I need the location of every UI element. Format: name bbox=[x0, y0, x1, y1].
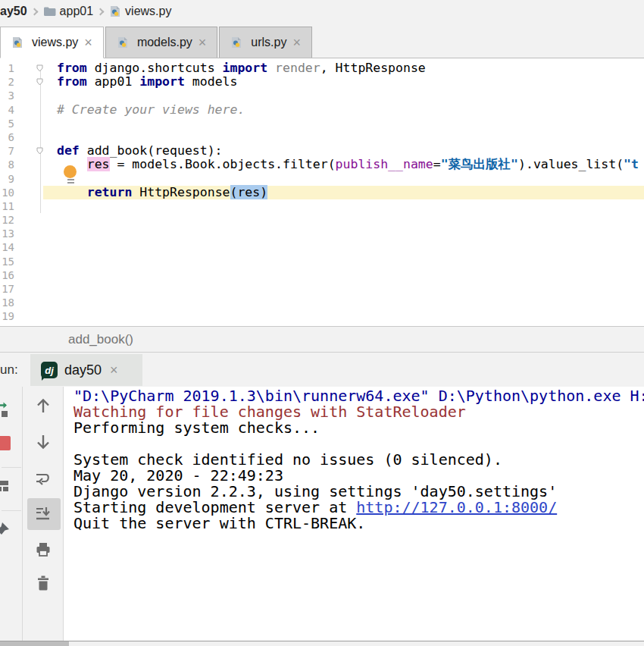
code-line: 5 bbox=[0, 117, 644, 130]
console-line: May 20, 2020 - 22:49:23 bbox=[73, 468, 644, 484]
server-url-link[interactable]: http://127.0.0.1:8000/ bbox=[356, 498, 557, 516]
horizontal-scrollbar-thumb[interactable] bbox=[0, 641, 69, 646]
breadcrumb-file[interactable]: views.py bbox=[125, 5, 171, 18]
line-number: 12 bbox=[0, 213, 14, 227]
code-line: 7def add_book(request): bbox=[0, 144, 644, 158]
run-tab-label: day50 bbox=[64, 362, 102, 378]
line-number: 13 bbox=[0, 227, 14, 240]
run-console-output[interactable]: "D:\PyCharm 2019.1.3\bin\runnerw64.exe" … bbox=[64, 387, 644, 641]
code-line: 13 bbox=[0, 227, 644, 240]
python-file-icon bbox=[109, 5, 121, 17]
up-arrow-icon[interactable] bbox=[33, 396, 53, 416]
tab-label: views.py bbox=[32, 36, 78, 49]
line-number: 16 bbox=[0, 268, 14, 282]
toolbar-separator bbox=[2, 510, 21, 511]
django-icon: dj bbox=[41, 362, 58, 378]
current-function-breadcrumb[interactable]: add_book() bbox=[68, 332, 133, 347]
intention-bulb-icon[interactable] bbox=[64, 165, 77, 183]
breadcrumb-project[interactable]: ay50 bbox=[0, 5, 27, 18]
toolbar-separator bbox=[2, 467, 21, 468]
close-icon[interactable] bbox=[199, 36, 207, 49]
line-number: 6 bbox=[0, 130, 14, 144]
run-panel-body: "D:\PyCharm 2019.1.3\bin\runnerw64.exe" … bbox=[0, 387, 644, 641]
fold-region-line bbox=[40, 67, 41, 213]
stop-icon[interactable] bbox=[0, 434, 14, 453]
python-file-icon bbox=[11, 36, 23, 49]
code-line: 6 bbox=[0, 130, 644, 144]
code-line: 4# Create your views here. bbox=[0, 103, 644, 117]
line-number: 1 bbox=[0, 61, 14, 75]
close-icon[interactable] bbox=[292, 36, 301, 49]
code-line: 19 bbox=[0, 309, 644, 323]
tab-label: models.py bbox=[137, 36, 192, 49]
console-toolbar bbox=[23, 387, 64, 641]
down-arrow-icon[interactable] bbox=[33, 432, 53, 452]
line-number: 19 bbox=[0, 309, 14, 323]
clear-all-icon[interactable] bbox=[33, 573, 53, 593]
code-line: 1from django.shortcuts import render, Ht… bbox=[0, 61, 644, 75]
code-line: 18 bbox=[0, 296, 644, 309]
editor-lines: 1from django.shortcuts import render, Ht… bbox=[0, 58, 644, 324]
editor-footer-breadcrumb: add_book() bbox=[0, 326, 644, 352]
line-number: 9 bbox=[0, 172, 14, 186]
run-panel-header: un: dj day50 bbox=[0, 352, 644, 387]
chevron-right-icon bbox=[30, 8, 38, 15]
console-line: Django version 2.2.3, using settings 'da… bbox=[73, 484, 644, 500]
restore-layout-icon[interactable] bbox=[0, 476, 11, 496]
console-line bbox=[73, 436, 644, 452]
code-line: 12 bbox=[0, 213, 644, 227]
rerun-icon[interactable] bbox=[0, 400, 11, 419]
run-panel-label: un: bbox=[0, 353, 18, 387]
soft-wrap-icon[interactable] bbox=[33, 469, 53, 488]
line-number: 3 bbox=[0, 89, 14, 102]
line-number: 14 bbox=[0, 240, 14, 254]
line-number: 5 bbox=[0, 117, 14, 130]
scroll-to-end-icon[interactable] bbox=[33, 504, 53, 524]
pin-icon[interactable] bbox=[0, 521, 11, 541]
run-tab-day50[interactable]: dj day50 bbox=[30, 354, 142, 386]
run-left-toolbar bbox=[0, 387, 23, 641]
fold-marker-icon[interactable] bbox=[36, 78, 43, 86]
console-line: System check identified no issues (0 sil… bbox=[73, 452, 644, 468]
editor-tab-bar: views.py models.py urls.py bbox=[0, 23, 644, 58]
code-editor[interactable]: 1from django.shortcuts import render, Ht… bbox=[0, 58, 644, 326]
tab-views-py[interactable]: views.py bbox=[0, 27, 104, 58]
console-line: "D:\PyCharm 2019.1.3\bin\runnerw64.exe" … bbox=[73, 388, 644, 404]
line-number: 7 bbox=[0, 144, 14, 158]
status-bar bbox=[0, 641, 644, 646]
python-file-icon bbox=[117, 36, 129, 49]
code-line: 17 bbox=[0, 282, 644, 296]
chevron-right-icon bbox=[97, 8, 105, 15]
console-line: Quit the server with CTRL-BREAK. bbox=[73, 516, 644, 532]
tab-models-py[interactable]: models.py bbox=[105, 27, 217, 58]
console-line: Watching for file changes with StatReloa… bbox=[73, 404, 644, 420]
code-line: 8 res = models.Book.objects.filter(publi… bbox=[0, 158, 644, 171]
close-icon[interactable] bbox=[84, 36, 92, 49]
tab-label: urls.py bbox=[251, 36, 286, 49]
pycharm-window: ay50 app01 views.py views.py models.py bbox=[0, 0, 644, 646]
folder-icon bbox=[43, 6, 56, 17]
line-number: 11 bbox=[0, 199, 14, 213]
line-number: 10 bbox=[0, 186, 14, 199]
fold-marker-icon[interactable] bbox=[36, 147, 43, 155]
code-line: 3 bbox=[0, 89, 644, 102]
breadcrumb: ay50 app01 views.py bbox=[0, 0, 644, 23]
close-icon[interactable] bbox=[110, 363, 118, 377]
console-line: Performing system checks... bbox=[73, 420, 644, 436]
code-line: 2from app01 import models bbox=[0, 75, 644, 89]
line-number: 15 bbox=[0, 255, 14, 268]
code-line: 15 bbox=[0, 255, 644, 268]
code-line: 14 bbox=[0, 240, 644, 254]
breadcrumb-package[interactable]: app01 bbox=[60, 5, 94, 18]
python-file-icon bbox=[230, 36, 242, 49]
line-number: 4 bbox=[0, 103, 14, 117]
line-number: 18 bbox=[0, 296, 14, 309]
code-line: 10 return HttpResponse(res) bbox=[0, 186, 644, 199]
line-number: 17 bbox=[0, 282, 14, 296]
fold-marker-icon[interactable] bbox=[36, 64, 43, 72]
print-icon[interactable] bbox=[33, 540, 53, 560]
console-line: Starting development server at http://12… bbox=[73, 500, 644, 516]
code-line: 9 bbox=[0, 172, 644, 186]
tab-urls-py[interactable]: urls.py bbox=[219, 27, 312, 58]
line-number: 2 bbox=[0, 75, 14, 89]
